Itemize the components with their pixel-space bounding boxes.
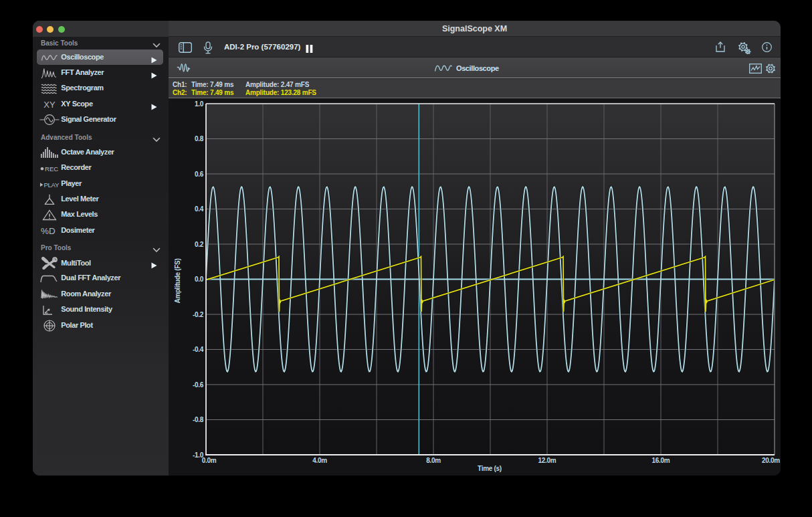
svg-text:PLAY: PLAY: [44, 181, 60, 189]
svg-text:0.4: 0.4: [195, 205, 204, 213]
svg-text:Time (s): Time (s): [478, 465, 502, 472]
svg-text:XY: XY: [44, 100, 56, 110]
svg-text:0.8: 0.8: [195, 135, 204, 142]
svg-text:8.0m: 8.0m: [426, 457, 441, 464]
svg-text:0.0: 0.0: [195, 276, 204, 283]
svg-text:0.6: 0.6: [195, 171, 204, 178]
svg-text:%D: %D: [41, 226, 56, 236]
svg-text:16.0m: 16.0m: [652, 457, 670, 464]
svg-text:0.0m: 0.0m: [202, 457, 217, 464]
svg-text:20.0m: 20.0m: [762, 457, 780, 464]
svg-text:-0.2: -0.2: [193, 311, 204, 318]
svg-text:Amplitude (FS): Amplitude (FS): [174, 259, 181, 304]
svg-text:12.0m: 12.0m: [538, 457, 556, 464]
svg-text:0.2: 0.2: [195, 241, 204, 248]
svg-text:REC: REC: [45, 165, 58, 173]
svg-text:4.0m: 4.0m: [312, 457, 327, 464]
svg-text:-0.8: -0.8: [193, 416, 204, 423]
svg-text:-0.6: -0.6: [193, 381, 204, 389]
svg-text:1.0: 1.0: [195, 100, 204, 108]
svg-text:-0.4: -0.4: [193, 346, 204, 353]
